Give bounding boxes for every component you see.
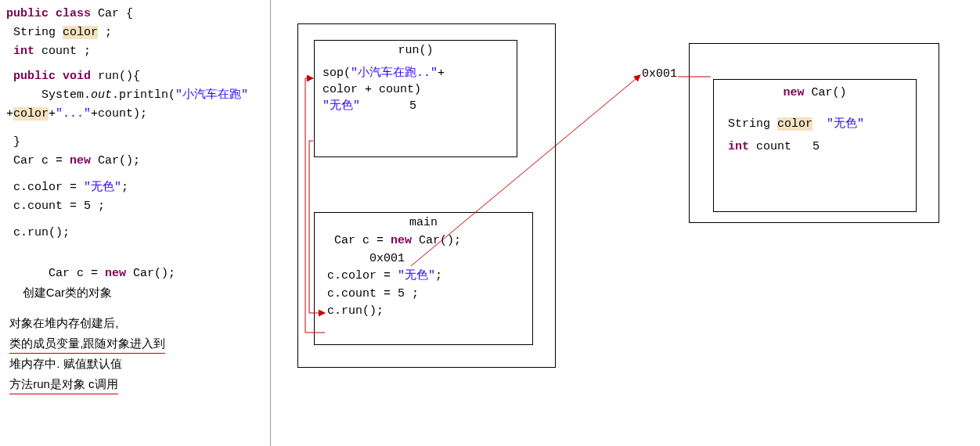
- field-count: count: [749, 140, 791, 153]
- stack-memory-box: run() sop("小汽车在跑.."+ color + count) "无色"…: [297, 23, 556, 368]
- note: 对象在堆内存创建后,: [9, 316, 118, 329]
- string: "小汽车在跑..": [351, 67, 438, 80]
- run-frame-box: run() sop("小汽车在跑.."+ color + count) "无色"…: [314, 40, 517, 157]
- type: String: [728, 117, 770, 131]
- code-panel: public class Car { String color ; int co…: [2, 2, 268, 440]
- heap-address-label: 0x001: [642, 67, 677, 81]
- car-object-box: new Car() String color "无色" int count 5: [713, 79, 917, 212]
- semi: ;: [84, 45, 91, 58]
- string: "无色": [827, 117, 864, 131]
- field-color: color: [777, 117, 812, 131]
- heap-memory-box: new Car() String color "无色" int count 5: [689, 43, 939, 223]
- string: "无色": [322, 99, 360, 113]
- value: 5: [409, 99, 416, 113]
- class-name: Car: [98, 7, 119, 20]
- assign: c.count = 5 ;: [13, 200, 105, 213]
- note: Car c =: [49, 267, 105, 280]
- car-title: Car(): [805, 86, 847, 99]
- kw: class: [56, 7, 91, 20]
- value: 5: [791, 140, 820, 153]
- code-text: +: [438, 67, 445, 80]
- kw: new: [783, 86, 804, 99]
- code-text: sop(: [322, 67, 351, 80]
- semi: ;: [435, 269, 442, 282]
- kw: int: [13, 45, 34, 58]
- kw: int: [728, 140, 749, 153]
- kw: new: [70, 154, 91, 167]
- note: 创建Car类的对象: [23, 286, 112, 299]
- field-count: count: [41, 45, 77, 58]
- string: "无色": [398, 269, 435, 282]
- code-text: Car();: [412, 234, 461, 247]
- code-text: c.run();: [327, 303, 520, 321]
- method-run: run(): [98, 70, 133, 83]
- kw: void: [63, 70, 91, 83]
- semi: ;: [121, 181, 128, 194]
- semi: ;: [105, 26, 112, 39]
- kw: public: [13, 70, 56, 83]
- note: 堆内存中. 赋值默认值: [9, 357, 121, 370]
- count-ref: +count);: [91, 107, 147, 120]
- kw: public: [6, 7, 49, 20]
- string: "无色": [84, 181, 121, 194]
- code-text: c.count = 5 ;: [327, 286, 520, 304]
- vertical-divider: [270, 0, 271, 446]
- sys: System.: [41, 88, 91, 102]
- decl: Car c =: [13, 154, 70, 167]
- type: String: [13, 26, 56, 39]
- code-text: c.color =: [327, 269, 398, 282]
- kw: new: [391, 234, 412, 247]
- main-frame-title: main: [315, 216, 532, 229]
- code-text: color + count): [322, 81, 509, 98]
- string: "小汽车在跑": [175, 88, 248, 102]
- color-ref: color: [13, 107, 49, 120]
- note-underlined: 类的成员变量,跟随对象进入到: [9, 333, 165, 354]
- note-underlined: 方法run是对象 c调用: [9, 374, 117, 395]
- main-frame-box: main Car c = new Car(); 0x001 c.color = …: [314, 212, 533, 345]
- out: out: [91, 88, 112, 102]
- brace: }: [13, 135, 20, 149]
- assign: c.color =: [13, 181, 84, 194]
- new-car: Car();: [91, 154, 140, 167]
- string: "...": [56, 107, 91, 120]
- note: Car();: [126, 267, 175, 280]
- println: .println(: [112, 88, 175, 102]
- kw: new: [105, 267, 126, 280]
- call-run: c.run();: [13, 226, 70, 239]
- field-color: color: [63, 26, 98, 39]
- run-frame-title: run(): [315, 44, 517, 57]
- address: 0x001: [369, 252, 405, 265]
- code-text: Car c =: [334, 234, 391, 247]
- brace: {: [126, 7, 133, 20]
- brace: {: [133, 70, 140, 83]
